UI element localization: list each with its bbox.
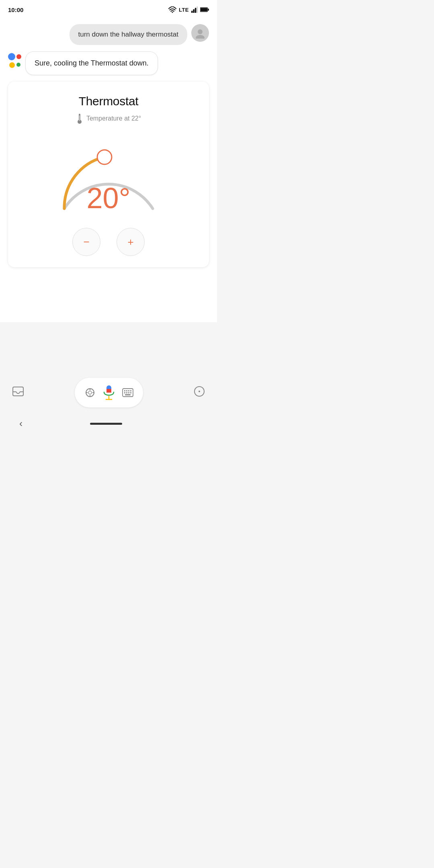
signal-icon xyxy=(191,6,198,13)
svg-point-0 xyxy=(172,12,173,13)
dot-green xyxy=(16,63,20,67)
svg-point-16 xyxy=(88,391,92,394)
svg-rect-35 xyxy=(125,394,131,395)
assistant-bubble: Sure, cooling the Thermostat down. xyxy=(25,51,158,75)
temperature-label-row: Temperature at 22° xyxy=(76,113,141,124)
status-time: 10:00 xyxy=(8,6,23,13)
dial-container: 20° xyxy=(44,132,173,217)
user-bubble: turn down the hallway thermostat xyxy=(70,24,187,45)
user-message-row: turn down the hallway thermostat xyxy=(8,24,209,45)
wifi-icon xyxy=(168,6,176,13)
svg-rect-27 xyxy=(124,390,125,391)
thermostat-title: Thermostat xyxy=(79,94,139,108)
minus-icon: − xyxy=(83,237,89,247)
bottom-nav: ‹ xyxy=(0,411,217,434)
assistant-text: Sure, cooling the Thermostat down. xyxy=(35,59,149,67)
chat-area: turn down the hallway thermostat Sure, c… xyxy=(0,18,217,322)
decrement-button[interactable]: − xyxy=(72,228,100,256)
inbox-button[interactable] xyxy=(10,384,27,401)
svg-rect-2 xyxy=(193,9,194,13)
google-dots xyxy=(8,53,21,68)
svg-rect-32 xyxy=(126,392,127,393)
lens-button[interactable] xyxy=(81,384,99,401)
svg-rect-7 xyxy=(208,8,209,10)
svg-rect-31 xyxy=(124,392,125,393)
svg-rect-34 xyxy=(130,392,131,393)
status-icons: LTE xyxy=(168,6,209,13)
svg-rect-12 xyxy=(79,115,80,121)
svg-point-8 xyxy=(198,29,203,34)
dot-red xyxy=(16,54,21,59)
increment-button[interactable]: + xyxy=(117,228,145,256)
svg-rect-30 xyxy=(130,390,131,391)
full-toolbar-area xyxy=(0,372,217,411)
svg-point-13 xyxy=(97,150,112,164)
svg-rect-23 xyxy=(106,391,111,393)
svg-point-37 xyxy=(199,391,200,392)
home-indicator[interactable] xyxy=(90,423,122,425)
svg-rect-29 xyxy=(128,390,129,391)
battery-icon xyxy=(200,7,209,12)
lte-label: LTE xyxy=(179,7,189,13)
controls-row: − + xyxy=(72,228,145,256)
status-bar: 10:00 LTE xyxy=(0,0,217,18)
thermometer-icon xyxy=(76,113,83,124)
svg-rect-33 xyxy=(128,392,129,393)
toolbar-inner xyxy=(75,378,143,407)
keyboard-button[interactable] xyxy=(119,384,137,401)
svg-rect-3 xyxy=(195,8,197,13)
back-button[interactable]: ‹ xyxy=(16,415,26,432)
temp-display: 20° xyxy=(87,184,131,213)
temperature-label-text: Temperature at 22° xyxy=(86,115,141,122)
dot-yellow xyxy=(9,62,15,68)
svg-rect-28 xyxy=(126,390,127,391)
svg-rect-1 xyxy=(191,11,193,13)
dot-blue xyxy=(8,53,15,60)
user-message-text: turn down the hallway thermostat xyxy=(78,31,178,38)
user-avatar xyxy=(191,24,209,42)
svg-rect-4 xyxy=(197,6,198,13)
svg-rect-6 xyxy=(201,8,207,11)
plus-icon: + xyxy=(127,237,133,247)
microphone-button[interactable] xyxy=(99,383,119,403)
assistant-row: Sure, cooling the Thermostat down. xyxy=(8,51,209,75)
thermostat-card: Thermostat Temperature at 22° 20° xyxy=(8,82,209,267)
svg-point-9 xyxy=(196,35,205,39)
compass-button[interactable] xyxy=(191,383,207,402)
